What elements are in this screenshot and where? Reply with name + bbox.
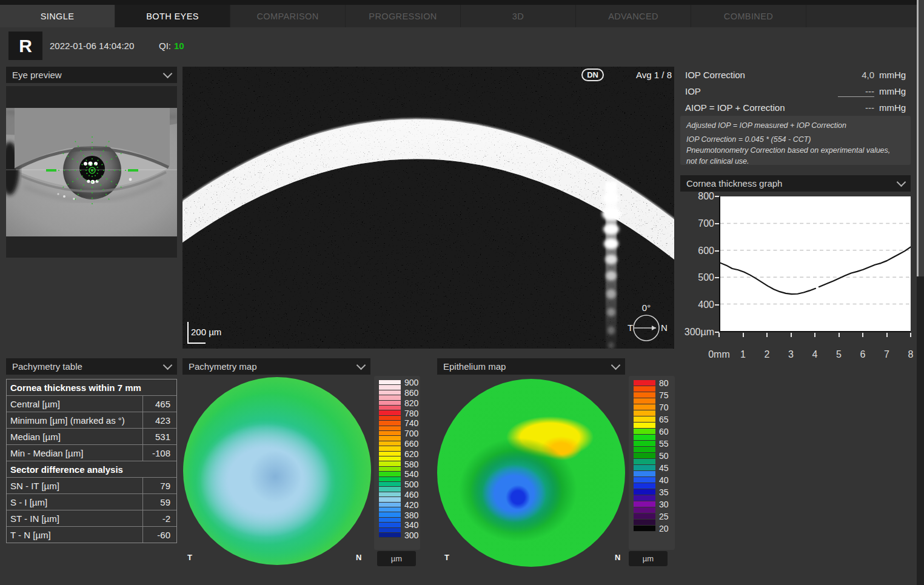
color-scale-tick-label: 340 xyxy=(404,521,431,529)
compass-nasal-label: N xyxy=(661,323,668,333)
color-scale-band xyxy=(379,492,401,497)
table-row-value: -60 xyxy=(142,527,176,543)
color-scale-band xyxy=(634,441,655,447)
table-row: S - I [µm]59 xyxy=(7,493,176,510)
epithelium-unit-button[interactable]: µm xyxy=(629,551,668,566)
tab-combined: COMBINED xyxy=(691,5,806,27)
color-scale-band xyxy=(379,477,401,482)
y-axis-tick xyxy=(715,277,719,278)
table-row: Minimum [µm] (marked as °)423 xyxy=(7,412,176,428)
color-scale-tick-label: 30 xyxy=(659,500,686,509)
table-row-value: -2 xyxy=(142,510,176,526)
eye-preview-panel xyxy=(6,86,177,258)
window-top-strip xyxy=(0,0,924,5)
color-scale-band xyxy=(379,421,401,426)
color-scale-band xyxy=(379,406,401,410)
application-window: SINGLEBOTH EYESCOMPARISONPROGRESSION3DAD… xyxy=(0,0,924,585)
color-scale-band xyxy=(634,416,655,423)
table-row-label: Min - Median [µm] xyxy=(7,448,142,458)
iop-unit: mmHg xyxy=(879,86,911,96)
note-line-2: IOP Correction = 0.045 * (554 - CCT) xyxy=(686,134,905,145)
color-scale-band xyxy=(634,410,655,416)
color-scale-band xyxy=(634,398,655,404)
epithelium-map-title: Epithelium map xyxy=(443,361,612,372)
x-axis-tick xyxy=(886,333,888,337)
color-scale-band xyxy=(634,471,655,477)
color-scale-band xyxy=(379,472,401,476)
color-scale-band xyxy=(634,423,655,429)
color-scale-band xyxy=(634,501,655,507)
iop-input[interactable]: --- xyxy=(838,86,874,97)
table-row-value: 465 xyxy=(142,396,176,412)
color-scale-band xyxy=(634,404,655,410)
color-scale-band xyxy=(634,380,655,386)
tab-advanced: ADVANCED xyxy=(576,5,691,27)
color-scale-tick-label: 900 xyxy=(404,378,431,387)
pachymetry-table-dropdown[interactable]: Pachymetry table xyxy=(6,358,177,375)
color-scale-band xyxy=(634,495,655,501)
table-row-label: Central [µm] xyxy=(7,399,142,409)
table-row: ST - IN [µm]-2 xyxy=(7,510,176,526)
color-scale-tick-label: 25 xyxy=(659,512,686,521)
color-scale-band xyxy=(379,503,401,507)
aiop-value: --- xyxy=(838,102,874,113)
chevron-down-icon xyxy=(611,360,621,370)
scrollbar-thumb[interactable] xyxy=(917,0,924,276)
dn-mode-badge[interactable]: DN xyxy=(581,69,604,81)
iop-correction-value: 4,0 xyxy=(838,70,874,80)
y-axis-tick xyxy=(715,223,719,224)
iop-label: IOP xyxy=(680,86,838,96)
y-axis-tick xyxy=(715,304,719,306)
table-row-label: S - I [µm] xyxy=(7,497,142,507)
table-row-label: Minimum [µm] (marked as °) xyxy=(7,415,142,426)
color-scale-band xyxy=(379,380,401,385)
oct-bscan-image: DN Avg 1 / 8 200 µm 0° T N xyxy=(182,67,674,349)
tab-single[interactable]: SINGLE xyxy=(0,5,115,27)
scale-bar-horizontal xyxy=(187,343,206,344)
x-axis-tick xyxy=(791,333,792,337)
pachymetry-map: 4655215505265575225615035584625204475064… xyxy=(180,376,374,582)
color-scale-tick-label: 740 xyxy=(404,419,431,427)
cornea-cross-section xyxy=(182,67,674,349)
cornea-thickness-graph-dropdown[interactable]: Cornea thickness graph xyxy=(680,175,911,192)
pachymetry-unit-button[interactable]: µm xyxy=(377,551,416,566)
color-scale-band xyxy=(379,390,401,395)
thickness-curve xyxy=(819,247,911,287)
pachymetry-map-dropdown[interactable]: Pachymetry map xyxy=(182,358,370,375)
table-row-value: -108 xyxy=(142,445,176,461)
eye-preview-dropdown[interactable]: Eye preview xyxy=(6,67,177,83)
eye-preview-title: Eye preview xyxy=(12,70,164,80)
iop-formula-note: Adjusted IOP = IOP measured + IOP Correc… xyxy=(680,116,911,165)
color-scale-tick-label: 580 xyxy=(404,460,431,469)
y-axis-tick-label: 800 xyxy=(679,191,714,202)
compass-temporal-label: T xyxy=(628,323,633,333)
color-scale-tick-label: 460 xyxy=(404,490,431,499)
color-scale-tick-label: 40 xyxy=(659,476,686,484)
x-axis-tick xyxy=(910,333,911,337)
color-scale-band xyxy=(379,497,401,502)
cornea-thickness-graph-title: Cornea thickness graph xyxy=(686,178,898,189)
tab-both-eyes[interactable]: BOTH EYES xyxy=(115,5,230,27)
scale-bar-label: 200 µm xyxy=(191,327,221,337)
note-line-1: Adjusted IOP = IOP measured + IOP Correc… xyxy=(686,120,905,131)
table-row-label: Median [µm] xyxy=(7,432,142,442)
color-scale-tick-label: 700 xyxy=(404,429,431,438)
color-scale-band xyxy=(379,452,401,456)
x-axis-tick xyxy=(718,333,720,337)
table-row: Median [µm]531 xyxy=(7,428,176,444)
color-scale-tick-label: 60 xyxy=(659,427,686,436)
aiop-label: AIOP = IOP + Correction xyxy=(680,102,838,113)
epithelium-map-dropdown[interactable]: Epithelium map xyxy=(437,358,625,375)
color-scale-band xyxy=(634,483,655,489)
table-row-value: 79 xyxy=(142,478,176,493)
table-row-label: ST - IN [µm] xyxy=(7,513,142,524)
pachymetry-table: Cornea thickness within 7 mmCentral [µm]… xyxy=(6,379,177,543)
aiop-row: AIOP = IOP + Correction --- mmHg xyxy=(680,99,911,116)
table-row-value: 59 xyxy=(142,494,176,510)
quality-index: QI: 10 xyxy=(159,38,184,53)
color-scale-tick-label: 820 xyxy=(404,399,431,407)
tab-progression: PROGRESSION xyxy=(346,5,461,27)
chevron-down-icon xyxy=(357,360,366,370)
y-axis-tick-label: 400 xyxy=(679,299,714,310)
scan-angle-label: 0° xyxy=(642,303,651,313)
